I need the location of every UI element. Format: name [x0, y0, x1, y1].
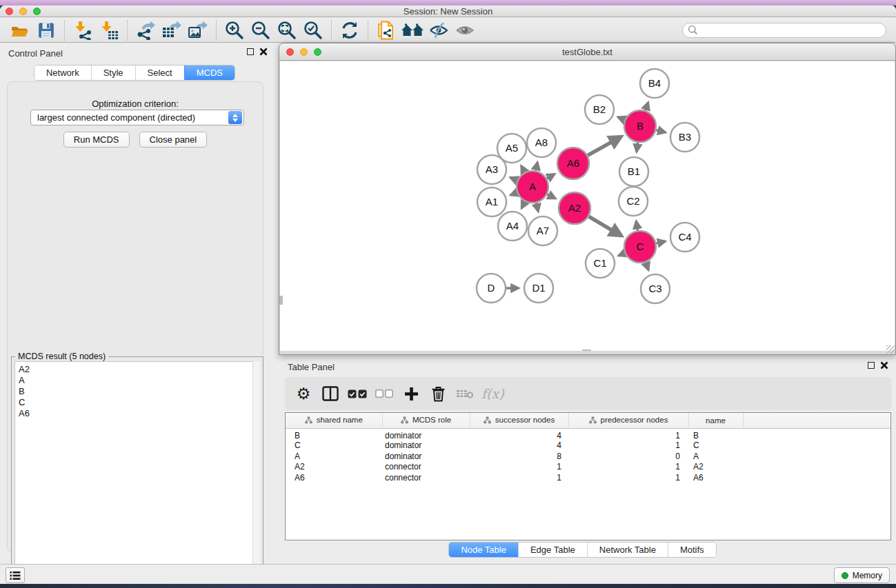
open-file-button[interactable] [7, 19, 33, 41]
table-row[interactable]: A2connector11A2 [286, 462, 890, 473]
column-header-successor-nodes[interactable]: successor nodes [470, 413, 568, 428]
table-cell[interactable]: 1 [568, 440, 688, 452]
close-panel-icon[interactable] [259, 48, 268, 56]
delete-table-button[interactable] [455, 381, 475, 406]
table-cell[interactable]: 1 [568, 428, 688, 440]
table-cell[interactable]: 1 [568, 472, 688, 483]
mcds-result-item[interactable]: C [15, 397, 259, 408]
open-session-button[interactable] [373, 19, 399, 41]
delete-column-button[interactable] [428, 381, 448, 406]
edge-A-A5[interactable] [521, 166, 525, 172]
table-cell[interactable]: dominator [382, 440, 470, 452]
function-builder-button[interactable]: f(x) [481, 381, 504, 406]
table-cell[interactable]: A6 [688, 472, 743, 483]
save-session-button[interactable] [33, 19, 59, 41]
column-header-shared-name[interactable]: shared name [286, 413, 382, 428]
close-window-button[interactable] [6, 8, 13, 15]
table-cell[interactable]: 1 [568, 462, 688, 473]
deselect-all-columns-button[interactable] [374, 381, 395, 406]
refresh-view-button[interactable] [337, 19, 363, 41]
edge-A-A4[interactable] [521, 201, 525, 208]
select-all-columns-button[interactable] [347, 381, 368, 406]
memory-button[interactable]: Memory [834, 567, 890, 583]
network-canvas[interactable]: AA1A2A3A4A5A6A7A8BB1B2B3B4CC1C2C3C4DD1 [280, 61, 895, 352]
mcds-result-list[interactable]: A2ABCA6 [14, 361, 260, 584]
table-cell[interactable]: A6 [286, 472, 382, 483]
minimize-window-button[interactable] [19, 8, 27, 15]
table-cell[interactable]: 4 [470, 428, 568, 440]
table-cell[interactable]: 4 [470, 440, 568, 452]
column-selector-button[interactable] [320, 381, 341, 406]
network-minimize-button[interactable] [300, 48, 308, 56]
table-cell[interactable]: A [688, 451, 743, 462]
edge-A-A7[interactable] [536, 203, 538, 211]
edge-C-C1[interactable] [619, 253, 625, 256]
table-cell[interactable]: connector [382, 462, 470, 473]
edge-A-A1[interactable] [510, 192, 517, 194]
edge-B-B3[interactable] [656, 130, 666, 132]
table-cell[interactable]: C [286, 440, 382, 452]
mcds-list-scrollbar[interactable] [252, 361, 260, 584]
table-cell[interactable]: dominator [382, 451, 470, 462]
export-network-button[interactable] [132, 19, 159, 41]
tab-style[interactable]: Style [91, 65, 135, 80]
criterion-dropdown[interactable]: largest connected component (directed) [30, 110, 244, 125]
toggle-visibility-button[interactable] [426, 19, 452, 41]
table-cell[interactable]: B [688, 428, 743, 440]
network-vertical-scroll-thumb[interactable] [279, 296, 283, 305]
edge-C-C3[interactable] [646, 263, 648, 270]
close-panel-button[interactable]: Close panel [139, 132, 208, 148]
column-header-predecessor-nodes[interactable]: predecessor nodes [568, 413, 688, 428]
close-table-panel-icon[interactable] [880, 361, 888, 369]
tab-motifs[interactable]: Motifs [668, 543, 716, 557]
show-graphics-details-button[interactable] [452, 19, 478, 41]
table-settings-button[interactable]: ⚙ [293, 381, 314, 406]
node-table[interactable]: shared nameMCDS rolesuccessor nodesprede… [286, 413, 890, 483]
mcds-result-item[interactable]: A2 [15, 364, 259, 375]
search-input[interactable] [698, 24, 886, 37]
table-cell[interactable]: A [286, 451, 382, 462]
table-row[interactable]: Cdominator41C [286, 440, 890, 452]
edge-B-B1[interactable] [637, 143, 638, 152]
export-image-button[interactable] [185, 19, 211, 41]
column-header-name[interactable]: name [688, 413, 743, 428]
table-cell[interactable]: dominator [382, 428, 470, 440]
mcds-result-item[interactable]: A [15, 375, 259, 386]
mcds-result-item[interactable]: B [15, 386, 259, 397]
table-cell[interactable]: 1 [470, 472, 568, 483]
table-row[interactable]: A6connector11A6 [286, 472, 890, 483]
table-cell[interactable]: B [286, 428, 382, 440]
edge-A-A2[interactable] [547, 194, 555, 199]
search-field[interactable] [682, 23, 886, 38]
table-cell[interactable]: A2 [688, 462, 743, 473]
zoom-out-button[interactable] [248, 19, 274, 41]
table-cell[interactable]: connector [382, 472, 470, 483]
network-maximize-button[interactable] [314, 48, 321, 56]
table-cell[interactable]: 0 [568, 451, 688, 462]
tab-mcds[interactable]: MCDS [184, 65, 235, 80]
home-button[interactable] [399, 19, 426, 41]
zoom-in-button[interactable] [221, 19, 248, 41]
table-cell[interactable]: A2 [286, 462, 382, 473]
table-row[interactable]: Bdominator41B [286, 428, 890, 440]
edge-A-A6[interactable] [547, 174, 555, 179]
window-resize-handle[interactable] [886, 345, 895, 354]
float-panel-icon[interactable] [247, 48, 254, 55]
table-row[interactable]: Adominator80A [286, 451, 890, 462]
tab-network-table[interactable]: Network Table [587, 543, 668, 557]
maximize-window-button[interactable] [33, 8, 41, 15]
run-mcds-button[interactable]: Run MCDS [63, 132, 130, 148]
edge-C-C4[interactable] [656, 241, 665, 243]
table-cell[interactable]: C [688, 440, 743, 452]
network-close-button[interactable] [286, 48, 294, 56]
tab-edge-table[interactable]: Edge Table [518, 543, 587, 557]
tab-node-table[interactable]: Node Table [449, 543, 518, 557]
import-network-button[interactable] [70, 19, 96, 41]
table-cell[interactable]: 1 [470, 462, 568, 473]
edge-A2-C[interactable] [589, 216, 622, 236]
edge-B-B2[interactable] [618, 117, 625, 120]
edge-A-A3[interactable] [510, 177, 517, 180]
export-table-button[interactable] [159, 19, 185, 41]
table-cell[interactable]: 8 [470, 451, 568, 462]
float-table-panel-icon[interactable] [868, 362, 875, 369]
